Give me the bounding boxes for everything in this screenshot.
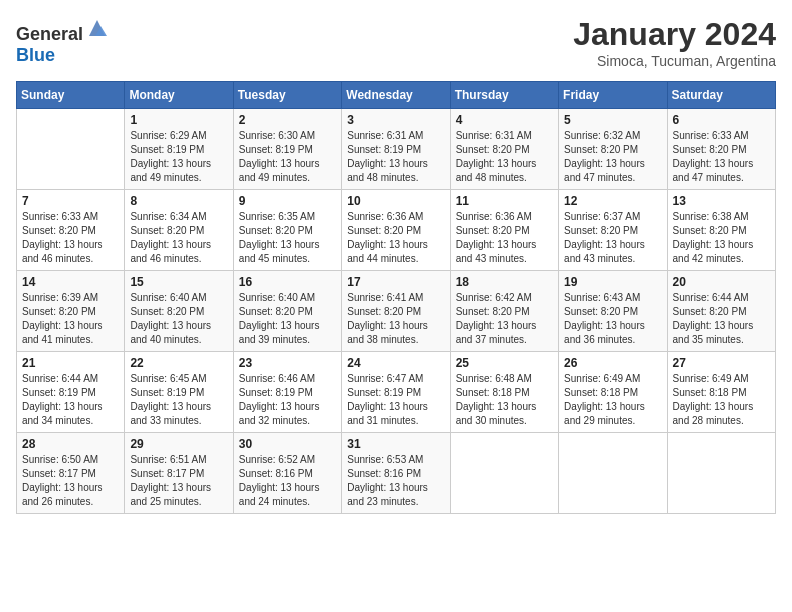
calendar-cell: 25Sunrise: 6:48 AM Sunset: 8:18 PM Dayli… — [450, 352, 558, 433]
calendar-cell — [17, 109, 125, 190]
weekday-header-sunday: Sunday — [17, 82, 125, 109]
day-number: 19 — [564, 275, 661, 289]
calendar-table: SundayMondayTuesdayWednesdayThursdayFrid… — [16, 81, 776, 514]
calendar-cell: 18Sunrise: 6:42 AM Sunset: 8:20 PM Dayli… — [450, 271, 558, 352]
day-number: 1 — [130, 113, 227, 127]
day-info: Sunrise: 6:37 AM Sunset: 8:20 PM Dayligh… — [564, 210, 661, 266]
day-number: 12 — [564, 194, 661, 208]
day-info: Sunrise: 6:29 AM Sunset: 8:19 PM Dayligh… — [130, 129, 227, 185]
calendar-cell — [559, 433, 667, 514]
day-info: Sunrise: 6:30 AM Sunset: 8:19 PM Dayligh… — [239, 129, 336, 185]
day-number: 10 — [347, 194, 444, 208]
calendar-cell: 13Sunrise: 6:38 AM Sunset: 8:20 PM Dayli… — [667, 190, 775, 271]
calendar-cell: 3Sunrise: 6:31 AM Sunset: 8:19 PM Daylig… — [342, 109, 450, 190]
day-info: Sunrise: 6:52 AM Sunset: 8:16 PM Dayligh… — [239, 453, 336, 509]
logo: General Blue — [16, 16, 109, 66]
calendar-cell: 16Sunrise: 6:40 AM Sunset: 8:20 PM Dayli… — [233, 271, 341, 352]
day-number: 8 — [130, 194, 227, 208]
day-number: 9 — [239, 194, 336, 208]
weekday-header-tuesday: Tuesday — [233, 82, 341, 109]
day-info: Sunrise: 6:40 AM Sunset: 8:20 PM Dayligh… — [130, 291, 227, 347]
day-number: 5 — [564, 113, 661, 127]
day-number: 28 — [22, 437, 119, 451]
calendar-cell: 1Sunrise: 6:29 AM Sunset: 8:19 PM Daylig… — [125, 109, 233, 190]
day-number: 4 — [456, 113, 553, 127]
calendar-cell: 6Sunrise: 6:33 AM Sunset: 8:20 PM Daylig… — [667, 109, 775, 190]
calendar-week-row: 14Sunrise: 6:39 AM Sunset: 8:20 PM Dayli… — [17, 271, 776, 352]
calendar-cell: 8Sunrise: 6:34 AM Sunset: 8:20 PM Daylig… — [125, 190, 233, 271]
day-info: Sunrise: 6:47 AM Sunset: 8:19 PM Dayligh… — [347, 372, 444, 428]
month-title: January 2024 — [573, 16, 776, 53]
logo-general-text: General — [16, 24, 83, 44]
calendar-cell: 17Sunrise: 6:41 AM Sunset: 8:20 PM Dayli… — [342, 271, 450, 352]
day-info: Sunrise: 6:39 AM Sunset: 8:20 PM Dayligh… — [22, 291, 119, 347]
day-info: Sunrise: 6:42 AM Sunset: 8:20 PM Dayligh… — [456, 291, 553, 347]
day-info: Sunrise: 6:50 AM Sunset: 8:17 PM Dayligh… — [22, 453, 119, 509]
day-number: 29 — [130, 437, 227, 451]
day-info: Sunrise: 6:33 AM Sunset: 8:20 PM Dayligh… — [673, 129, 770, 185]
day-info: Sunrise: 6:46 AM Sunset: 8:19 PM Dayligh… — [239, 372, 336, 428]
weekday-header-row: SundayMondayTuesdayWednesdayThursdayFrid… — [17, 82, 776, 109]
day-number: 26 — [564, 356, 661, 370]
day-info: Sunrise: 6:33 AM Sunset: 8:20 PM Dayligh… — [22, 210, 119, 266]
day-number: 13 — [673, 194, 770, 208]
weekday-header-friday: Friday — [559, 82, 667, 109]
day-info: Sunrise: 6:34 AM Sunset: 8:20 PM Dayligh… — [130, 210, 227, 266]
day-number: 18 — [456, 275, 553, 289]
day-number: 22 — [130, 356, 227, 370]
day-number: 15 — [130, 275, 227, 289]
day-number: 31 — [347, 437, 444, 451]
day-number: 30 — [239, 437, 336, 451]
calendar-cell: 10Sunrise: 6:36 AM Sunset: 8:20 PM Dayli… — [342, 190, 450, 271]
calendar-week-row: 21Sunrise: 6:44 AM Sunset: 8:19 PM Dayli… — [17, 352, 776, 433]
day-info: Sunrise: 6:35 AM Sunset: 8:20 PM Dayligh… — [239, 210, 336, 266]
calendar-cell: 30Sunrise: 6:52 AM Sunset: 8:16 PM Dayli… — [233, 433, 341, 514]
day-info: Sunrise: 6:53 AM Sunset: 8:16 PM Dayligh… — [347, 453, 444, 509]
day-info: Sunrise: 6:36 AM Sunset: 8:20 PM Dayligh… — [456, 210, 553, 266]
day-info: Sunrise: 6:41 AM Sunset: 8:20 PM Dayligh… — [347, 291, 444, 347]
day-info: Sunrise: 6:49 AM Sunset: 8:18 PM Dayligh… — [564, 372, 661, 428]
calendar-cell: 2Sunrise: 6:30 AM Sunset: 8:19 PM Daylig… — [233, 109, 341, 190]
calendar-cell: 20Sunrise: 6:44 AM Sunset: 8:20 PM Dayli… — [667, 271, 775, 352]
day-number: 14 — [22, 275, 119, 289]
calendar-cell: 23Sunrise: 6:46 AM Sunset: 8:19 PM Dayli… — [233, 352, 341, 433]
header: General Blue January 2024 Simoca, Tucuma… — [16, 16, 776, 69]
calendar-cell: 19Sunrise: 6:43 AM Sunset: 8:20 PM Dayli… — [559, 271, 667, 352]
weekday-header-wednesday: Wednesday — [342, 82, 450, 109]
calendar-cell: 7Sunrise: 6:33 AM Sunset: 8:20 PM Daylig… — [17, 190, 125, 271]
location-subtitle: Simoca, Tucuman, Argentina — [573, 53, 776, 69]
day-info: Sunrise: 6:43 AM Sunset: 8:20 PM Dayligh… — [564, 291, 661, 347]
calendar-week-row: 1Sunrise: 6:29 AM Sunset: 8:19 PM Daylig… — [17, 109, 776, 190]
weekday-header-monday: Monday — [125, 82, 233, 109]
calendar-cell: 5Sunrise: 6:32 AM Sunset: 8:20 PM Daylig… — [559, 109, 667, 190]
calendar-cell: 24Sunrise: 6:47 AM Sunset: 8:19 PM Dayli… — [342, 352, 450, 433]
title-area: January 2024 Simoca, Tucuman, Argentina — [573, 16, 776, 69]
calendar-cell — [667, 433, 775, 514]
day-number: 17 — [347, 275, 444, 289]
weekday-header-thursday: Thursday — [450, 82, 558, 109]
day-number: 2 — [239, 113, 336, 127]
day-info: Sunrise: 6:45 AM Sunset: 8:19 PM Dayligh… — [130, 372, 227, 428]
day-info: Sunrise: 6:31 AM Sunset: 8:20 PM Dayligh… — [456, 129, 553, 185]
day-number: 3 — [347, 113, 444, 127]
logo-blue-text: Blue — [16, 45, 55, 65]
calendar-cell: 29Sunrise: 6:51 AM Sunset: 8:17 PM Dayli… — [125, 433, 233, 514]
day-number: 21 — [22, 356, 119, 370]
day-number: 24 — [347, 356, 444, 370]
calendar-cell: 9Sunrise: 6:35 AM Sunset: 8:20 PM Daylig… — [233, 190, 341, 271]
calendar-cell: 4Sunrise: 6:31 AM Sunset: 8:20 PM Daylig… — [450, 109, 558, 190]
day-number: 6 — [673, 113, 770, 127]
day-info: Sunrise: 6:32 AM Sunset: 8:20 PM Dayligh… — [564, 129, 661, 185]
calendar-week-row: 28Sunrise: 6:50 AM Sunset: 8:17 PM Dayli… — [17, 433, 776, 514]
day-info: Sunrise: 6:40 AM Sunset: 8:20 PM Dayligh… — [239, 291, 336, 347]
day-number: 11 — [456, 194, 553, 208]
calendar-cell: 28Sunrise: 6:50 AM Sunset: 8:17 PM Dayli… — [17, 433, 125, 514]
day-number: 16 — [239, 275, 336, 289]
calendar-week-row: 7Sunrise: 6:33 AM Sunset: 8:20 PM Daylig… — [17, 190, 776, 271]
day-number: 25 — [456, 356, 553, 370]
day-number: 7 — [22, 194, 119, 208]
day-number: 23 — [239, 356, 336, 370]
calendar-cell — [450, 433, 558, 514]
calendar-cell: 22Sunrise: 6:45 AM Sunset: 8:19 PM Dayli… — [125, 352, 233, 433]
day-info: Sunrise: 6:44 AM Sunset: 8:20 PM Dayligh… — [673, 291, 770, 347]
